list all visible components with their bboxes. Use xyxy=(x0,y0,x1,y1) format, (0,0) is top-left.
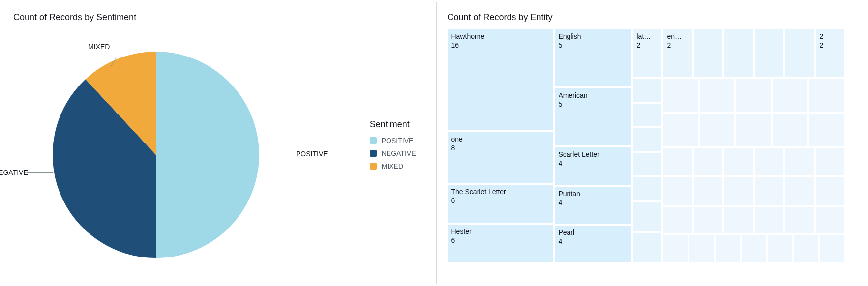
treemap-cell[interactable]: Puritan 4 xyxy=(555,187,631,224)
treemap-cell[interactable] xyxy=(755,177,783,205)
treemap-cell[interactable] xyxy=(633,153,661,175)
treemap-cell[interactable] xyxy=(700,79,734,112)
treemap-cell[interactable] xyxy=(663,79,698,112)
treemap-cell[interactable] xyxy=(724,177,753,205)
callout-negative: NEGATIVE xyxy=(0,169,28,176)
treemap-cell[interactable] xyxy=(633,104,661,126)
callout-mixed: MIXED xyxy=(88,43,110,51)
treemap-cell[interactable] xyxy=(663,148,692,175)
sentiment-pie-panel: Count of Records by Sentiment POSITIVE N… xyxy=(2,2,432,284)
legend-item-positive[interactable]: POSITIVE xyxy=(370,137,416,144)
treemap-cell[interactable]: 2 2 xyxy=(816,29,844,77)
legend-item-mixed[interactable]: MIXED xyxy=(370,162,416,170)
entity-treemap-panel: Count of Records by Entity Hawthorne 16 … xyxy=(436,2,867,284)
treemap-cell[interactable] xyxy=(663,114,698,146)
treemap-cell[interactable] xyxy=(809,114,844,146)
treemap-cell[interactable] xyxy=(773,114,807,146)
treemap-cell[interactable] xyxy=(700,114,734,146)
treemap-cell[interactable] xyxy=(724,207,753,233)
treemap-cell[interactable] xyxy=(785,29,814,77)
callout-positive: POSITIVE xyxy=(296,150,328,158)
treemap-cell[interactable]: Hester 6 xyxy=(448,225,553,262)
treemap-cell[interactable] xyxy=(820,235,844,262)
treemap-cell[interactable] xyxy=(809,79,844,112)
legend-label: NEGATIVE xyxy=(382,149,416,157)
legend-item-negative[interactable]: NEGATIVE xyxy=(370,149,416,157)
treemap-cell[interactable] xyxy=(785,148,814,175)
treemap-cell[interactable]: en… 2 xyxy=(663,29,692,77)
treemap-cell[interactable]: English 5 xyxy=(555,29,631,86)
treemap-cell[interactable]: American 5 xyxy=(555,88,631,145)
pie-title: Count of Records by Sentiment xyxy=(13,12,421,23)
pie-chart[interactable]: POSITIVE NEGATIVE MIXED xyxy=(53,52,259,258)
treemap-cell[interactable]: lat… 2 xyxy=(633,29,661,77)
treemap-cell[interactable] xyxy=(816,177,844,205)
pie-legend: Sentiment POSITIVE NEGATIVE MIXED xyxy=(370,119,416,175)
legend-label: POSITIVE xyxy=(382,137,414,144)
treemap-chart[interactable]: Hawthorne 16 one 8 The Scarlet Letter 6 … xyxy=(448,29,855,274)
treemap-cell[interactable] xyxy=(724,29,753,77)
treemap-cell[interactable] xyxy=(694,207,722,233)
treemap-cell[interactable] xyxy=(755,207,783,233)
treemap-cell[interactable] xyxy=(816,207,844,233)
swatch-icon xyxy=(370,163,377,170)
pie-body: POSITIVE NEGATIVE MIXED Sentiment POSITI… xyxy=(13,26,421,274)
treemap-cell[interactable] xyxy=(633,202,661,231)
swatch-icon xyxy=(370,150,377,157)
treemap-cell[interactable] xyxy=(773,79,807,112)
treemap-cell[interactable] xyxy=(633,79,661,102)
legend-label: MIXED xyxy=(382,162,403,170)
treemap-cell[interactable] xyxy=(633,233,661,262)
treemap-cell[interactable] xyxy=(785,177,814,205)
legend-title: Sentiment xyxy=(370,119,416,130)
treemap-cell[interactable]: The Scarlet Letter 6 xyxy=(448,185,553,223)
treemap-cell[interactable] xyxy=(736,114,771,146)
swatch-icon xyxy=(370,137,377,144)
treemap-cell[interactable] xyxy=(663,177,692,205)
treemap-title: Count of Records by Entity xyxy=(448,12,855,23)
treemap-cell[interactable]: one 8 xyxy=(448,132,553,183)
treemap-cell[interactable] xyxy=(724,148,753,175)
treemap-cell[interactable] xyxy=(663,207,692,233)
treemap-cell[interactable]: Hawthorne 16 xyxy=(448,29,553,130)
treemap-cell[interactable] xyxy=(633,128,661,151)
treemap-cell[interactable] xyxy=(755,148,783,175)
treemap-cell[interactable]: Pearl 4 xyxy=(555,226,631,262)
treemap-cell[interactable] xyxy=(663,235,688,262)
treemap-cell[interactable] xyxy=(633,177,661,200)
treemap-cell[interactable] xyxy=(716,235,740,262)
treemap-cell[interactable] xyxy=(816,148,844,175)
treemap-cell[interactable] xyxy=(736,79,771,112)
treemap-cell[interactable] xyxy=(689,235,714,262)
treemap-cell[interactable] xyxy=(694,177,722,205)
treemap-cell[interactable] xyxy=(794,235,818,262)
treemap-cell[interactable] xyxy=(768,235,792,262)
treemap-cell[interactable]: Scarlet Letter 4 xyxy=(555,147,631,185)
treemap-cell[interactable] xyxy=(755,29,783,77)
treemap-cell[interactable] xyxy=(785,207,814,233)
treemap-cell[interactable] xyxy=(742,235,766,262)
treemap-cell[interactable] xyxy=(694,148,722,175)
treemap-cell[interactable] xyxy=(694,29,722,77)
